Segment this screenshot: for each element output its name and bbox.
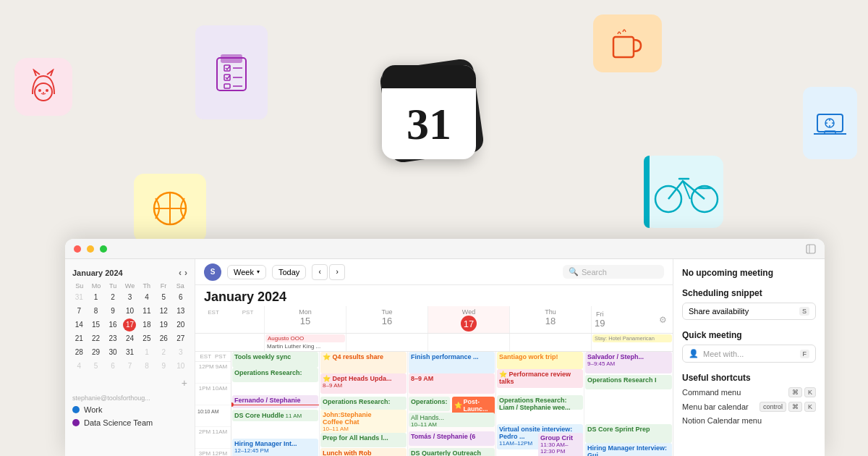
- coffee-chat-event[interactable]: John:Stephanie Coffee Chat 10–11 AM: [320, 410, 407, 433]
- share-availability-button[interactable]: Share availability S: [682, 303, 816, 320]
- meet-shortcut: F: [800, 350, 810, 358]
- dept-heads-event[interactable]: ⭐ Dept Heads Upda... 8–9 AM: [320, 373, 407, 394]
- right-panel: No upcoming meeting Scheduling snippet S…: [673, 259, 825, 456]
- sidebar-item-data-science[interactable]: Data Science Team: [65, 416, 195, 429]
- all-day-thu: [509, 334, 591, 351]
- scheduling-section: Scheduling snippet Share availability S: [682, 288, 816, 320]
- add-calendar-button[interactable]: +: [182, 377, 187, 389]
- share-avail-shortcut: S: [799, 307, 809, 316]
- mini-cal-prev[interactable]: ‹: [179, 268, 182, 278]
- data-science-calendar-dot: [72, 419, 80, 426]
- chevron-down-icon: ▾: [257, 269, 260, 275]
- scheduling-label: Scheduling snippet: [682, 288, 816, 298]
- tools-weekly-sync-event[interactable]: Tools weekly sync: [232, 352, 318, 368]
- all-day-fri: Stay: Hotel Panamerican: [591, 334, 673, 351]
- svg-point-16: [825, 119, 834, 127]
- shortcut-menu-bar-cal: Menu bar calendar control ⌘ K: [682, 402, 816, 412]
- sidebar-item-work[interactable]: Work: [65, 403, 195, 416]
- layout-icon: [806, 244, 816, 254]
- avatar[interactable]: S: [204, 263, 221, 281]
- hiring-manager-event[interactable]: Hiring Manager Int... 12–12:45 PM: [232, 439, 318, 456]
- top-bar: S Week ▾ Today ‹ › 🔍 Search: [195, 259, 673, 285]
- fernando-stephanie-event[interactable]: Fernando / Stephanie: [232, 395, 318, 408]
- shortcut-command-menu: Command menu ⌘ K: [682, 387, 816, 397]
- prep-all-hands-event[interactable]: Prep for All Hands l...: [320, 433, 407, 447]
- next-week-button[interactable]: ›: [329, 264, 345, 280]
- command-menu-keys: ⌘ K: [788, 387, 816, 397]
- svg-rect-3: [217, 58, 246, 90]
- operations-wed-event[interactable]: Operations:: [409, 397, 450, 411]
- mlk-event[interactable]: Martin Luther King ...: [265, 342, 345, 350]
- all-hands-event[interactable]: All Hands... 10–11 AM: [409, 413, 495, 427]
- wednesday-column: Finish performance ... 8–9 AM Operations…: [408, 352, 496, 456]
- svg-rect-7: [224, 75, 230, 80]
- svg-rect-17: [825, 131, 835, 134]
- view-selector[interactable]: Week ▾: [227, 265, 266, 279]
- ds-core-huddle-event[interactable]: DS Core Huddle 11 AM: [232, 410, 318, 421]
- svg-point-13: [655, 186, 681, 212]
- minimize-button[interactable]: [87, 245, 94, 253]
- thursday-column: Santiago work trip! ⭐ Performance review…: [496, 352, 584, 456]
- mini-cal-next[interactable]: ›: [184, 268, 187, 278]
- laptop-icon: [803, 87, 857, 159]
- ops-research-fri-event[interactable]: Operations Research I: [585, 375, 672, 389]
- meet-with-input[interactable]: 👤 Meet with... F: [682, 345, 816, 363]
- tomas-stephanie-event[interactable]: Tomás / Stephanie (6: [409, 431, 495, 446]
- calendar-main: S Week ▾ Today ‹ › 🔍 Search January 2024: [195, 259, 673, 456]
- mini-cal-month-label: January 2024: [72, 269, 123, 277]
- ops-research-thu-event[interactable]: Operations Research: Liam / Stephanie we…: [497, 395, 583, 410]
- ds-core-sprint-event[interactable]: DS Core Sprint Prep: [585, 424, 672, 443]
- search-icon: 🔍: [569, 267, 579, 276]
- svg-rect-9: [224, 84, 230, 88]
- perf-review-event[interactable]: ⭐ Performance review talks: [497, 369, 583, 388]
- augusto-ooo-event[interactable]: Augusto OOO: [265, 334, 345, 342]
- hotel-event[interactable]: Stay: Hotel Panamerican: [592, 334, 672, 342]
- settings-icon[interactable]: ⚙: [659, 315, 667, 325]
- mini-cal-grid: Su Mo Tu We Th Fr Sa 31 123456 789101112…: [65, 281, 195, 374]
- close-button[interactable]: [74, 245, 81, 253]
- days-header: EST PST Mon 15 Tue 16 Wed 17 T: [195, 306, 673, 334]
- command-menu-label: Command menu: [682, 388, 741, 397]
- q4-results-event[interactable]: ⭐ Q4 results share: [320, 352, 407, 373]
- all-day-row: Augusto OOO Martin Luther King ... Stay:…: [195, 334, 673, 352]
- title-bar-icons: [806, 244, 816, 254]
- title-bar: [65, 239, 825, 259]
- svg-point-12: [154, 193, 186, 224]
- menu-bar-cal-label: Menu bar calendar: [682, 402, 749, 411]
- maximize-button[interactable]: [100, 245, 107, 253]
- prev-week-button[interactable]: ‹: [312, 264, 328, 280]
- app-window: January 2024 ‹ › Su Mo Tu We Th Fr Sa 31: [65, 239, 825, 456]
- salvador-stephanie-event[interactable]: Salvador / Steph... 9–9:45 AM: [585, 352, 672, 373]
- ops-research-event[interactable]: Operations Research:: [232, 368, 318, 382]
- search-placeholder: Search: [582, 268, 607, 276]
- ds-quarterly-event[interactable]: DS Quarterly Outreach 12–12:45 PM: [409, 448, 495, 456]
- group-crit-event[interactable]: Group Crit 11:30 AM–12:30 PM: [538, 433, 583, 456]
- all-day-tue: [346, 334, 427, 351]
- view-label: Week: [234, 268, 254, 276]
- ops-research-tue-event[interactable]: Operations Research:: [320, 397, 407, 410]
- tz-header-pst: PST: [231, 306, 264, 333]
- svg-point-2: [46, 89, 48, 92]
- search-box[interactable]: 🔍 Search: [563, 265, 664, 279]
- tuesday-column: ⭐ Q4 results share ⭐ Dept Heads Upda... …: [320, 352, 408, 456]
- mini-cal-days-header: Su Mo Tu We Th Fr Sa: [71, 282, 189, 290]
- mug-icon: [593, 14, 662, 72]
- lunch-rob-event[interactable]: Lunch with Rob 12–1 PM: [320, 448, 407, 456]
- cat-icon: [14, 58, 72, 116]
- 8-9am-event[interactable]: 8–9 AM: [409, 373, 495, 394]
- no-upcoming-label: No upcoming meeting: [682, 268, 816, 278]
- content-area: January 2024 ‹ › Su Mo Tu We Th Fr Sa 31: [65, 259, 825, 456]
- hiring-manager-interview-event[interactable]: Hiring Manager Interview: Gui ... 11:30 …: [585, 443, 672, 456]
- no-upcoming-section: No upcoming meeting: [682, 268, 816, 278]
- today-button[interactable]: Today: [272, 265, 306, 279]
- shortcut-notion-cal: Notion Calendar menu: [682, 416, 816, 425]
- pst-label: PST: [242, 309, 254, 316]
- mini-cal-nav: ‹ ›: [179, 268, 187, 278]
- quick-meeting-label: Quick meeting: [682, 330, 816, 340]
- month-title: January 2024: [195, 285, 673, 306]
- share-avail-label: Share availability: [689, 307, 749, 316]
- finish-performance-event[interactable]: Finish performance ...: [409, 352, 495, 373]
- santiago-event[interactable]: Santiago work trip!: [497, 352, 583, 369]
- app-icon-calendar: 31: [376, 58, 492, 174]
- notion-cal-label: Notion Calendar menu: [682, 416, 762, 425]
